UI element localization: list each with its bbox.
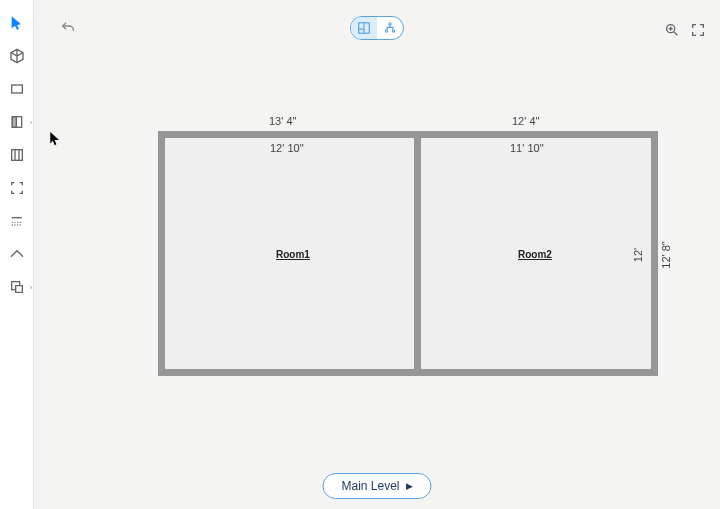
interior-wall[interactable]	[414, 138, 421, 369]
column-icon	[9, 147, 25, 163]
fullscreen-button[interactable]	[690, 22, 706, 38]
grid-icon	[9, 213, 25, 229]
svg-point-12	[17, 224, 18, 225]
svg-rect-3	[11, 150, 22, 161]
svg-point-7	[14, 222, 15, 223]
cursor-icon	[9, 15, 25, 31]
rectangle-tool[interactable]	[2, 74, 32, 104]
dim-inner-height: 12'	[632, 248, 644, 262]
rectangle-icon	[9, 81, 25, 97]
canvas[interactable]: 13' 4" 12' 4" 12' 10" 11' 10" Room1 Room…	[34, 0, 720, 509]
undo-icon	[60, 20, 76, 36]
floorplan-icon	[357, 21, 371, 35]
zoom-icon	[664, 22, 680, 38]
left-toolbar: › ›	[0, 0, 34, 509]
level-selector[interactable]: Main Level ▶	[322, 473, 431, 499]
room-2-label[interactable]: Room2	[518, 249, 552, 260]
room-1-label[interactable]: Room1	[276, 249, 310, 260]
chevron-right-icon: ›	[30, 118, 33, 127]
dim-outer-height: 12' 8"	[660, 241, 672, 268]
level-label: Main Level	[341, 479, 399, 493]
svg-point-20	[385, 30, 387, 32]
fullscreen-icon	[690, 22, 706, 38]
cube-tool[interactable]	[2, 41, 32, 71]
roof-icon	[9, 246, 25, 262]
wall-icon	[9, 114, 25, 130]
dim-inner-left-width: 12' 10"	[270, 142, 304, 154]
dim-inner-right-width: 11' 10"	[510, 142, 544, 154]
grid-tool[interactable]	[2, 206, 32, 236]
svg-line-23	[674, 32, 677, 35]
chevron-right-icon: ▶	[406, 481, 413, 491]
view-hierarchy[interactable]	[377, 17, 403, 39]
hierarchy-icon	[383, 21, 397, 35]
capture-tool[interactable]	[2, 173, 32, 203]
svg-rect-0	[11, 85, 22, 93]
top-right-controls	[664, 22, 706, 38]
undo-button[interactable]	[58, 18, 78, 38]
export-tool[interactable]: ›	[2, 272, 32, 302]
canvas-cursor	[50, 132, 61, 150]
dim-outer-right-width: 12' 4"	[512, 115, 539, 127]
capture-icon	[9, 180, 25, 196]
view-toggle	[350, 16, 404, 40]
export-icon	[9, 279, 25, 295]
wall-tool[interactable]: ›	[2, 107, 32, 137]
svg-point-19	[389, 23, 391, 25]
svg-point-8	[17, 222, 18, 223]
select-tool[interactable]	[2, 8, 32, 38]
svg-rect-14	[11, 217, 21, 218]
dim-outer-left-width: 13' 4"	[269, 115, 296, 127]
svg-point-10	[11, 224, 12, 225]
zoom-button[interactable]	[664, 22, 680, 38]
floorplan: 12' 10" 11' 10" Room1 Room2 12' 12' 8"	[158, 131, 658, 376]
svg-point-9	[19, 222, 20, 223]
roof-tool[interactable]	[2, 239, 32, 269]
svg-point-13	[19, 224, 20, 225]
chevron-right-icon: ›	[30, 283, 33, 292]
svg-point-21	[392, 30, 394, 32]
column-tool[interactable]	[2, 140, 32, 170]
svg-point-6	[11, 222, 12, 223]
view-floorplan[interactable]	[351, 17, 377, 39]
cube-icon	[9, 48, 25, 64]
svg-point-11	[14, 224, 15, 225]
